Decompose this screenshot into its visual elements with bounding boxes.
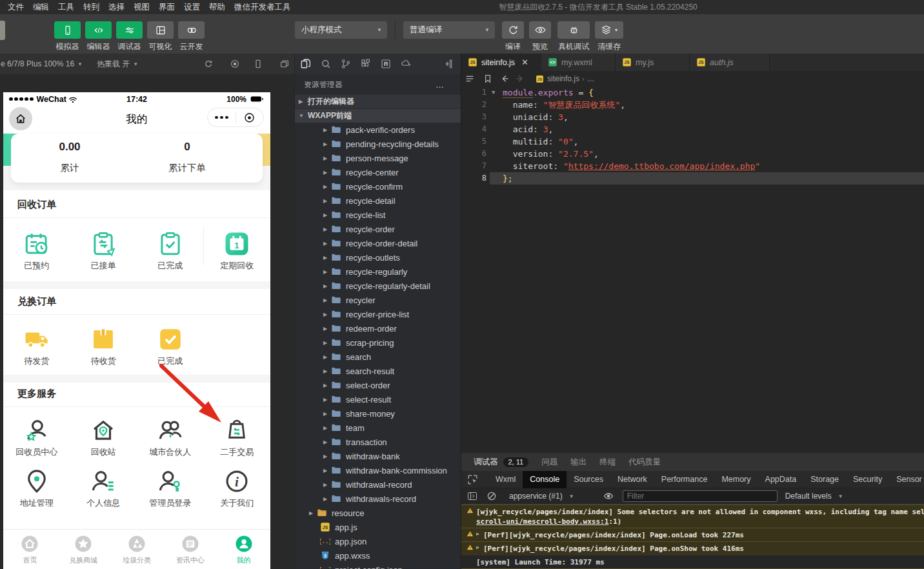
editor-button[interactable]: 编辑器 <box>85 21 112 52</box>
phone-view-icon[interactable] <box>253 59 263 69</box>
console-filter-input[interactable] <box>623 490 778 502</box>
service-item[interactable]: 待收货 <box>74 326 132 367</box>
service-item[interactable]: 已接单 <box>74 230 132 272</box>
visualize-button[interactable]: 可视化 <box>147 21 174 52</box>
menu-6[interactable]: 视图 <box>129 0 154 14</box>
inspector-tab-console[interactable]: Console <box>523 471 567 488</box>
service-item[interactable]: 管理员登录 <box>141 468 199 509</box>
inspector-tab-network[interactable]: Network <box>610 471 654 488</box>
tree-item[interactable]: ▶recycle-order <box>295 222 461 236</box>
tree-item[interactable]: ▶resource <box>295 506 461 520</box>
console-warning[interactable]: ▶[Perf][wjyk_recycle/pages/index/index] … <box>461 528 924 541</box>
npm-icon[interactable] <box>380 58 392 70</box>
service-item[interactable]: 回收站 <box>74 417 132 458</box>
inspector-tab-appdata[interactable]: AppData <box>758 471 804 488</box>
tree-item[interactable]: ▶recycle-regularly <box>295 265 461 279</box>
explorer-section[interactable]: ▶打开的编辑器 <box>295 95 461 108</box>
tree-item[interactable]: ▶search <box>295 350 461 364</box>
tabbar-item-2[interactable]: 兑换商城 <box>57 534 110 565</box>
inspector-tab-sensor[interactable]: Sensor <box>889 471 924 488</box>
menu-7[interactable]: 界面 <box>154 0 179 14</box>
service-item[interactable]: 1定期回收 <box>208 230 266 272</box>
tree-item[interactable]: JSapp.js <box>295 520 461 534</box>
editor-tab-siteinfo.js[interactable]: JSsiteinfo.js✕ <box>461 54 541 71</box>
tree-item[interactable]: ▶team <box>295 421 461 435</box>
tree-item[interactable]: ▶recycle-order-detail <box>295 236 461 250</box>
tree-item[interactable]: {..}project.config.json <box>295 563 461 569</box>
debugger-tab-3[interactable]: 输出 <box>570 457 587 468</box>
clear-cache-button[interactable]: ▼清缓存 <box>595 21 623 52</box>
inspector-tab-wxml[interactable]: Wxml <box>488 471 523 488</box>
tree-item[interactable]: ▶withdraw-bank-commission <box>295 463 461 477</box>
debugger-tab-1[interactable]: 调试器 <box>474 457 498 468</box>
editor-tab-my.js[interactable]: JSmy.js <box>616 54 690 71</box>
tree-item[interactable]: ▶redeem-order <box>295 321 461 335</box>
tree-item[interactable]: ▶withdraw-bank <box>295 449 461 463</box>
editor-tab-auth.js[interactable]: JSauth.js <box>690 54 770 71</box>
tree-item[interactable]: ▶recycle-list <box>295 208 461 222</box>
device-select[interactable]: e 6/7/8 Plus 100% 16 <box>1 59 74 68</box>
menu-10[interactable]: 微信开发者工具 <box>230 0 296 14</box>
inspect-element-icon[interactable] <box>467 474 478 485</box>
tree-item[interactable]: ▶recycler-price-list <box>295 307 461 321</box>
files-icon[interactable] <box>300 58 312 70</box>
cloud-dev-button[interactable]: 云开发 <box>178 21 205 52</box>
inspector-tab-security[interactable]: Security <box>846 471 889 488</box>
explorer-section[interactable]: ▼WXAPP前端 <box>295 109 461 123</box>
context-select[interactable]: appservice (#1) <box>509 492 563 501</box>
tree-item[interactable]: ▶recycle-outlets <box>295 250 461 265</box>
inspector-tab-performance[interactable]: Performance <box>654 471 715 488</box>
tree-item[interactable]: ▶search-result <box>295 364 461 378</box>
stop-icon[interactable] <box>230 59 240 69</box>
collapse-sidebar-icon[interactable] <box>443 58 455 70</box>
capsule-menu[interactable] <box>207 108 264 127</box>
mode-select[interactable]: 小程序模式 ▼ <box>295 21 387 39</box>
eye-icon[interactable] <box>603 491 614 501</box>
service-item[interactable]: 二手交易 <box>208 417 266 458</box>
tree-item[interactable]: ▶recycle-regularly-detail <box>295 279 461 293</box>
console-warning[interactable]: ▶[Perf][wjyk_recycle/pages/index/index] … <box>461 541 924 555</box>
tree-item[interactable]: ▶withdrawal-record <box>295 477 461 492</box>
extensions-icon[interactable] <box>360 58 372 70</box>
tree-item[interactable]: ▶recycle-confirm <box>295 179 461 194</box>
bookmark-icon[interactable] <box>483 74 493 84</box>
more-actions-icon[interactable]: … <box>436 80 445 90</box>
tree-item[interactable]: ▶transaction <box>295 435 461 449</box>
simulator-button[interactable]: 模拟器 <box>54 21 81 52</box>
breadcrumb-file[interactable]: siteinfo.js <box>547 74 579 83</box>
more-icon[interactable] <box>208 116 236 119</box>
tabbar-item-4[interactable]: 资讯中心 <box>164 534 217 565</box>
tree-item[interactable]: ▶recycler <box>295 293 461 307</box>
menu-2[interactable]: 编辑 <box>28 0 54 14</box>
breadcrumb-more[interactable]: … <box>587 74 594 83</box>
remote-debug-button[interactable]: 真机调试 <box>557 21 590 52</box>
expand-icon[interactable]: ▶ <box>476 544 479 550</box>
fold-icon[interactable]: ▼ <box>492 86 495 99</box>
panel-toggle-icon[interactable] <box>467 491 477 501</box>
menu-5[interactable]: 选择 <box>104 0 129 14</box>
tabbar-item-1[interactable]: 首页 <box>3 534 56 565</box>
service-item[interactable]: 个人信息 <box>74 468 132 509</box>
compile-button[interactable]: 编译 <box>502 21 524 52</box>
tree-item[interactable]: ▶pack-verific-orders <box>295 123 461 137</box>
tree-item[interactable]: ▶pending-recycling-details <box>295 137 461 151</box>
tree-item[interactable]: ▶withdrawals-record <box>295 492 461 506</box>
preview-button[interactable]: 预览 <box>529 21 551 52</box>
inspector-tab-sources[interactable]: Sources <box>567 471 610 488</box>
tree-item[interactable]: ▶scrap-pricing <box>295 335 461 350</box>
clear-console-icon[interactable] <box>487 491 497 501</box>
windows-icon[interactable] <box>279 59 290 69</box>
service-item[interactable]: 待发货 <box>8 326 66 367</box>
expand-icon[interactable]: ▶ <box>476 531 479 537</box>
user-avatar[interactable] <box>0 21 5 40</box>
debugger-tab-2[interactable]: 问题 <box>541 457 557 468</box>
search-icon[interactable] <box>320 58 332 70</box>
service-item[interactable]: 已预约 <box>8 230 66 272</box>
git-icon[interactable] <box>340 58 352 70</box>
restart-icon[interactable] <box>203 59 214 69</box>
tree-item[interactable]: ▶share-money <box>295 406 461 421</box>
editor-tab-my.wxml[interactable]: <>my.wxml <box>541 54 616 71</box>
menu-4[interactable]: 转到 <box>79 0 104 14</box>
tree-item[interactable]: ▶recycle-center <box>295 165 461 179</box>
service-item[interactable]: 已完成 <box>141 230 199 272</box>
